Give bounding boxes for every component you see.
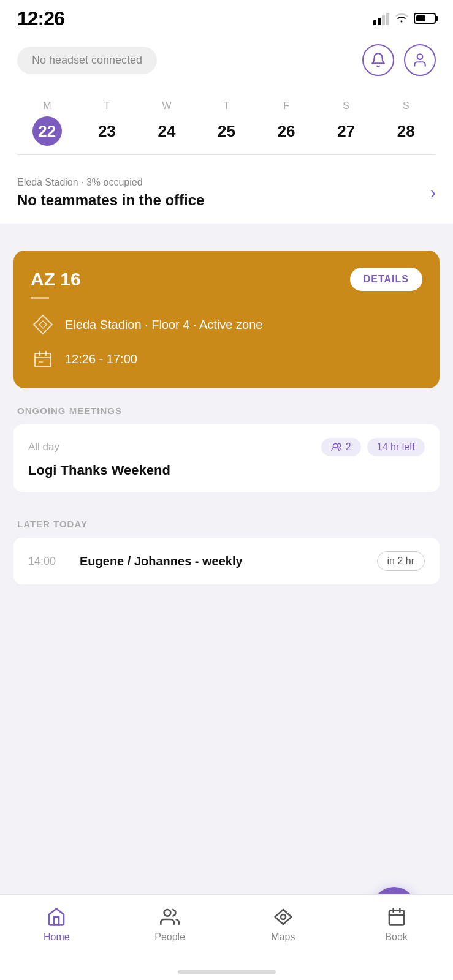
office-status: No teammates in the office — [17, 192, 204, 209]
later-meeting-card[interactable]: 14:00 Eugene / Johannes - weekly in 2 hr — [13, 538, 440, 584]
section-separator — [0, 224, 453, 237]
desk-location-text: Eleda Stadion · Floor 4 · Active zone — [65, 318, 262, 332]
svg-rect-1 — [35, 353, 51, 367]
profile-button[interactable] — [404, 44, 436, 76]
nav-maps[interactable]: Maps — [227, 906, 340, 943]
later-meeting-time: 14:00 — [28, 555, 65, 568]
office-chevron-icon: › — [430, 183, 436, 203]
meeting-badges: 2 14 hr left — [321, 438, 425, 456]
day-letter: M — [43, 100, 51, 111]
ongoing-meetings-label: ONGOING MEETINGS — [0, 388, 453, 424]
meeting-time-label: All day — [28, 441, 59, 453]
day-number: 25 — [212, 116, 242, 146]
notification-button[interactable] — [362, 44, 394, 76]
bottom-nav: Home People Maps — [0, 894, 453, 980]
calendar-days-row: M 22 T 23 W 24 T 25 F 26 S 27 S 28 — [17, 100, 436, 146]
day-number: 28 — [391, 116, 421, 146]
status-icons — [373, 12, 436, 26]
meeting-title: Logi Thanks Weekend — [28, 462, 425, 478]
time-left-badge: 14 hr left — [367, 438, 425, 456]
day-letter: S — [403, 100, 409, 111]
day-letter: T — [224, 100, 230, 111]
day-number: 26 — [272, 116, 301, 146]
calendar-day[interactable]: W 24 — [137, 100, 197, 146]
status-time: 12:26 — [17, 7, 64, 30]
desk-time-row: 12:26 - 17:00 — [31, 347, 422, 371]
maps-icon — [272, 906, 294, 928]
meeting-card-header: All day 2 14 hr left — [28, 438, 425, 456]
people-icon — [159, 906, 181, 928]
later-time-badge: in 2 hr — [377, 551, 425, 571]
home-icon — [45, 906, 67, 928]
later-meeting-left: 14:00 Eugene / Johannes - weekly — [28, 554, 243, 568]
nav-people[interactable]: People — [113, 906, 227, 943]
location-icon — [31, 312, 55, 337]
main-content: AZ 16 DETAILS Eleda Stadion · Floor 4 · … — [0, 251, 453, 692]
desk-name: AZ 16 — [31, 269, 81, 290]
home-indicator — [178, 970, 276, 974]
calendar-day[interactable]: T 25 — [197, 100, 257, 146]
desk-card-top: AZ 16 DETAILS — [31, 268, 422, 291]
wifi-icon — [394, 12, 409, 26]
nav-book-label: Book — [385, 932, 407, 943]
svg-point-7 — [337, 444, 340, 447]
battery-icon — [414, 13, 436, 24]
svg-rect-10 — [389, 910, 404, 925]
headset-badge-text: No headset connected — [32, 54, 142, 67]
desk-card-accent — [31, 297, 49, 299]
status-bar: 12:26 — [0, 0, 453, 34]
calendar-day[interactable]: S 27 — [316, 100, 376, 146]
nav-maps-label: Maps — [271, 932, 295, 943]
details-button[interactable]: DETAILS — [350, 268, 422, 291]
day-letter: F — [283, 100, 289, 111]
calendar-divider — [17, 154, 436, 155]
office-info: Eleda Stadion · 3% occupied No teammates… — [17, 177, 204, 209]
calendar-day[interactable]: S 28 — [376, 100, 436, 146]
day-number: 23 — [92, 116, 121, 146]
time-icon — [31, 347, 55, 371]
ongoing-meeting-card[interactable]: All day 2 14 hr left Logi Thanks Weekend — [13, 424, 440, 492]
svg-point-0 — [417, 54, 423, 59]
day-letter: W — [162, 100, 171, 111]
svg-point-8 — [164, 910, 171, 916]
desk-location-row: Eleda Stadion · Floor 4 · Active zone — [31, 312, 422, 337]
later-today-label: LATER TODAY — [0, 502, 453, 538]
office-section[interactable]: Eleda Stadion · 3% occupied No teammates… — [0, 165, 453, 224]
day-letter: S — [343, 100, 349, 111]
calendar-day[interactable]: T 23 — [77, 100, 137, 146]
headset-badge[interactable]: No headset connected — [17, 47, 157, 74]
signal-bars-icon — [373, 12, 389, 25]
nav-book[interactable]: Book — [340, 906, 453, 943]
day-letter: T — [104, 100, 110, 111]
later-meeting-title: Eugene / Johannes - weekly — [80, 554, 243, 568]
day-number: 24 — [152, 116, 181, 146]
book-icon — [386, 906, 408, 928]
day-number: 22 — [32, 116, 62, 146]
desk-booking-card: AZ 16 DETAILS Eleda Stadion · Floor 4 · … — [13, 251, 440, 388]
later-time-badge-text: in 2 hr — [387, 556, 414, 566]
attendees-count: 2 — [346, 442, 351, 453]
calendar-day[interactable]: M 22 — [17, 100, 77, 146]
svg-point-9 — [281, 914, 286, 919]
nav-people-label: People — [154, 932, 185, 943]
office-location: Eleda Stadion · 3% occupied — [17, 177, 204, 188]
header-section: No headset connected — [0, 34, 453, 88]
time-left-text: 14 hr left — [377, 442, 415, 453]
nav-home[interactable]: Home — [0, 906, 113, 943]
desk-time-text: 12:26 - 17:00 — [65, 352, 137, 366]
header-icons — [362, 44, 436, 76]
calendar-day[interactable]: F 26 — [256, 100, 316, 146]
day-number: 27 — [332, 116, 361, 146]
nav-home-label: Home — [44, 932, 70, 943]
calendar-section: M 22 T 23 W 24 T 25 F 26 S 27 S 28 — [0, 88, 453, 165]
attendees-badge: 2 — [321, 438, 361, 456]
